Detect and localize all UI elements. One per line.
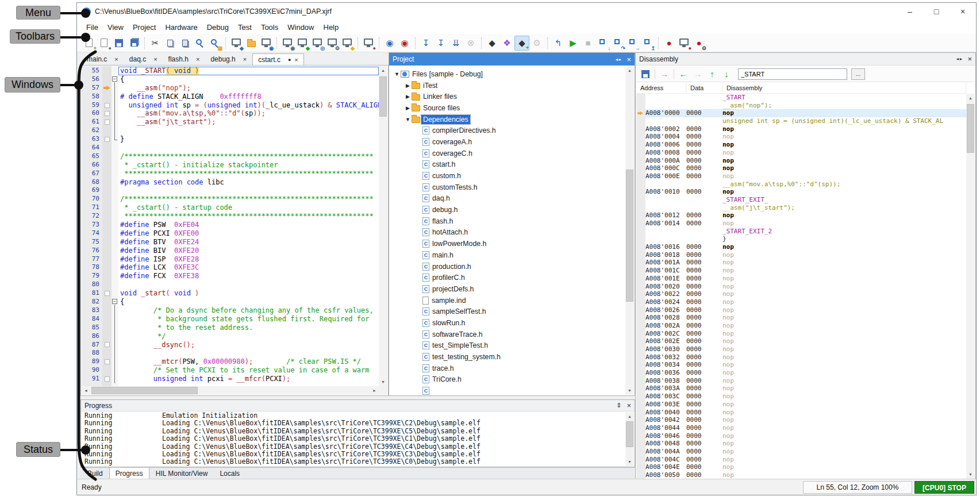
maximize-button[interactable]: □ xyxy=(923,3,950,20)
tree-item[interactable]: CsoftwareTrace.h xyxy=(390,329,625,340)
settings-disabled-button[interactable]: ⚙ xyxy=(529,36,544,51)
breakpoint-gutter-cell[interactable] xyxy=(102,203,112,212)
breakpoint-gutter-cell[interactable] xyxy=(102,161,112,170)
breakpoint-gutter-cell[interactable] xyxy=(102,221,112,229)
breakpoint-box-icon[interactable] xyxy=(105,359,110,364)
tree-item[interactable]: Cdaq.h xyxy=(390,193,625,205)
disasm-row[interactable]: A008'00440000nop xyxy=(636,424,966,432)
memory-window-button[interactable]: ◉ xyxy=(280,36,295,51)
tab-flash-h[interactable]: flash.h× xyxy=(163,53,205,65)
tree-item[interactable]: CcustomTests.h xyxy=(390,182,625,193)
tab-close-icon[interactable]: × xyxy=(294,56,298,63)
disassembly-panel-title[interactable]: Disassembly ◄► × xyxy=(636,53,975,66)
disasm-row[interactable]: A008'002E0000nop xyxy=(636,337,966,345)
goto-marker-button[interactable]: ◆ xyxy=(485,36,499,51)
run-session-button[interactable]: ◆+ xyxy=(514,36,529,51)
download-button[interactable]: ◆ xyxy=(229,36,244,51)
open-button[interactable]: ● xyxy=(97,36,112,51)
breakpoint-box-icon[interactable] xyxy=(105,376,110,382)
copy-button[interactable] xyxy=(163,36,178,51)
tab-debug-h[interactable]: debug.h× xyxy=(205,53,252,65)
disasm-row[interactable]: A008'002C0000nop xyxy=(636,330,966,338)
cut-button[interactable]: ✂ xyxy=(148,36,163,51)
editor-hscrollbar[interactable]: ◄ ► xyxy=(82,386,379,395)
find-button[interactable] xyxy=(193,36,207,51)
tree-item[interactable]: CslowRun.h xyxy=(390,317,625,329)
menu-tools[interactable]: Tools xyxy=(256,21,283,33)
fold-gutter-cell[interactable]: − xyxy=(112,75,118,84)
disasm-row[interactable]: A008'004E0000nop xyxy=(636,463,966,471)
disasm-row[interactable]: A008'001E0000nop xyxy=(636,275,966,283)
scroll-left-icon[interactable]: ◄ xyxy=(82,386,90,395)
close-panel-icon[interactable]: × xyxy=(627,56,631,63)
profiler-button[interactable]: ◉ xyxy=(382,36,397,51)
disasm-row[interactable]: A008'00260000nop xyxy=(636,306,966,314)
breakpoint-gutter-cell[interactable] xyxy=(102,109,112,118)
forward-button[interactable]: → xyxy=(691,68,704,80)
project-panel-title[interactable]: Project ◄► × xyxy=(389,53,635,66)
disasm-row[interactable]: A008'00340000nop xyxy=(636,361,966,369)
disasm-row[interactable]: A008'00160000nop xyxy=(636,243,966,251)
run-button[interactable]: ▶ xyxy=(566,36,581,51)
scroll-down-icon[interactable]: ▼ xyxy=(379,378,387,386)
fold-gutter-cell[interactable]: − xyxy=(112,298,118,306)
tab-close-icon[interactable]: × xyxy=(196,56,199,63)
terminal-window-button[interactable]: ● xyxy=(361,36,376,51)
tab-close-icon[interactable]: × xyxy=(243,56,247,63)
close-panel-icon[interactable]: × xyxy=(967,55,972,63)
locals-window-button[interactable]: ◆ xyxy=(340,36,355,51)
tree-collapsed-icon[interactable]: ▶ xyxy=(404,105,412,111)
minimize-button[interactable]: – xyxy=(897,3,923,20)
breakpoint-gutter-cell[interactable] xyxy=(102,272,112,280)
editor-vscroll-thumb[interactable] xyxy=(379,76,387,117)
menu-debug[interactable]: Debug xyxy=(202,21,233,33)
tree-item[interactable]: Ctest_SimpleTest.h xyxy=(390,340,625,352)
tree-expanded-icon[interactable]: ▼ xyxy=(404,117,412,122)
breakpoint-gutter-cell[interactable] xyxy=(102,75,112,84)
tab-daq-c[interactable]: daq.c× xyxy=(124,53,163,65)
breakpoint-box-icon[interactable] xyxy=(105,103,110,108)
scroll-up-icon[interactable]: ▲ xyxy=(379,66,387,75)
disasm-row[interactable]: A008'003E0000nop xyxy=(636,401,966,409)
step-out-button[interactable]: → xyxy=(625,36,640,51)
output-tab-hil-monitor-view[interactable]: HIL Monitor/View xyxy=(150,468,214,480)
breakpoint-gutter-cell[interactable] xyxy=(102,306,112,315)
breakpoint-gutter-cell[interactable] xyxy=(102,324,112,332)
menu-file[interactable]: File xyxy=(82,21,103,33)
disasm-row[interactable]: A008'000C0000nop xyxy=(636,164,966,172)
code-editor[interactable]: 55void _START( void )56−{57 __asm("nop")… xyxy=(80,65,389,396)
menu-window[interactable]: Window xyxy=(283,21,318,33)
breakpoint-gutter-cell[interactable] xyxy=(102,315,112,324)
disasm-row[interactable]: A008'00100000nop xyxy=(636,188,966,196)
scroll-down-icon[interactable]: ▼ xyxy=(625,386,634,395)
disasm-row[interactable]: A008'00020000nop xyxy=(636,125,966,133)
breakpoint-gutter-cell[interactable] xyxy=(102,280,112,289)
reset-button[interactable]: ↰ xyxy=(551,36,566,51)
down-button[interactable]: ↓ xyxy=(720,68,733,80)
disasm-row[interactable]: A008'00500000nop xyxy=(636,471,966,479)
disasm-row[interactable]: A008'00480000nop xyxy=(636,440,966,448)
breakpoint-box-icon[interactable] xyxy=(105,120,110,125)
goto-pc-button[interactable]: → xyxy=(658,68,671,80)
breakpoint-gutter-cell[interactable] xyxy=(102,118,112,126)
breakpoint-gutter-cell[interactable] xyxy=(102,135,112,144)
breakpoint-gutter-cell[interactable] xyxy=(102,186,112,195)
disasm-row[interactable]: A008'00400000nop xyxy=(636,409,966,417)
run-until-button[interactable]: ↥ xyxy=(640,36,655,51)
disasm-row[interactable]: A008'004C0000nop xyxy=(636,456,966,464)
scroll-down-icon[interactable]: ▼ xyxy=(966,470,975,479)
disasm-row[interactable]: A008'00000000nop xyxy=(636,109,966,117)
tree-item[interactable]: Ctrace.h xyxy=(390,363,625,374)
tree-item[interactable]: C xyxy=(390,385,625,395)
menu-project[interactable]: Project xyxy=(128,21,160,33)
tree-item[interactable]: Cmain.h xyxy=(390,249,625,261)
tree-item[interactable]: ▶iTest xyxy=(390,80,625,91)
fold-collapse-icon[interactable]: − xyxy=(112,299,117,304)
disasm-more-button[interactable]: ... xyxy=(851,68,865,80)
breakpoint-gutter-cell[interactable] xyxy=(102,126,112,135)
dock-toggle-icon[interactable]: ◄► xyxy=(615,57,622,61)
progress-vscroll-thumb[interactable] xyxy=(626,421,633,447)
disasm-row[interactable]: A008'00180000nop xyxy=(636,251,966,259)
tree-item[interactable]: Cdebug.h xyxy=(390,204,625,216)
menu-hardware[interactable]: Hardware xyxy=(160,21,202,33)
